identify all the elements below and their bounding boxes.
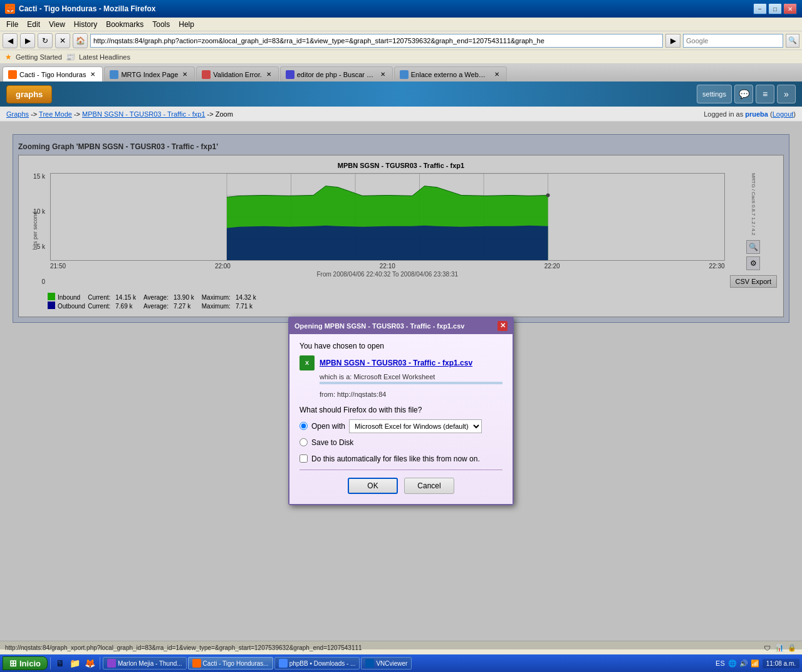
save-disk-option: Save to Disk — [299, 438, 503, 447]
cacti-menu-icon[interactable]: ≡ — [756, 85, 774, 103]
auto-checkbox-row: Do this automatically for files like thi… — [299, 454, 503, 463]
breadcrumb-tree-mode[interactable]: Tree Mode — [39, 110, 72, 118]
auto-checkbox-label: Do this automatically for files like thi… — [311, 454, 480, 463]
app-select[interactable]: Microsoft Excel for Windows (default) — [349, 419, 482, 433]
dialog-titlebar: Opening MPBN SGSN - TGUSR03 - Traffic - … — [289, 318, 513, 334]
menu-history[interactable]: History — [70, 19, 101, 30]
search-button[interactable]: 🔍 — [786, 34, 799, 48]
tab-3-icon — [202, 70, 211, 79]
tab-2[interactable]: MRTG Index Page ✕ — [104, 66, 195, 81]
tab-2-close[interactable]: ✕ — [180, 70, 189, 79]
go-button[interactable]: ▶ — [665, 34, 680, 48]
file-name-link[interactable]: MPBN SGSN - TGUSR03 - Traffic - fxp1.csv — [320, 359, 472, 367]
tab-1-label: Cacti - Tigo Honduras — [19, 71, 86, 78]
phpbb-icon — [279, 659, 288, 668]
breadcrumb-sep-2: -> — [74, 110, 82, 118]
search-input[interactable] — [683, 34, 783, 48]
dialog-overlay: Opening MPBN SGSN - TGUSR03 - Traffic - … — [0, 122, 802, 649]
tab-bar: Cacti - Tigo Honduras ✕ MRTG Index Page … — [0, 64, 802, 81]
quick-launch-1[interactable]: 🖥 — [53, 656, 67, 670]
reload-button[interactable]: ↻ — [38, 33, 53, 48]
tab-5-icon — [400, 70, 409, 79]
bookmarks-bar: ★ Getting Started 📰 Latest Headlines — [0, 50, 802, 64]
dialog-body: You have chosen to open X MPBN SGSN - TG… — [289, 334, 513, 504]
dialog-question: What should Firefox do with this file? — [299, 406, 503, 414]
tab-5-label: Enlace externo a WebEstilo — [411, 71, 490, 78]
taskbar-vnc-label: VNCviewer — [376, 660, 407, 667]
taskbar-task-thunderbird[interactable]: Marlon Mejia - Thund... — [103, 657, 187, 669]
vnc-icon — [365, 659, 374, 668]
cacti-expand-icon[interactable]: » — [777, 85, 796, 103]
menu-edit[interactable]: Edit — [23, 19, 44, 30]
tab-3-close[interactable]: ✕ — [264, 70, 273, 79]
window-title: Cacti - Tigo Honduras - Mozilla Firefox — [19, 4, 155, 13]
login-info: Logged in as prueba (Logout) — [704, 110, 796, 118]
logout-link[interactable]: Logout — [773, 110, 794, 118]
file-from-text: from: http://nqstats:84 — [320, 391, 386, 398]
menu-help[interactable]: Help — [175, 19, 198, 30]
breadcrumb-zoom: Zoom — [216, 110, 233, 118]
cacti-right-buttons: settings 💬 ≡ » — [697, 85, 796, 103]
start-label: Inicio — [19, 659, 41, 668]
menu-bookmarks[interactable]: Bookmarks — [102, 19, 147, 30]
title-bar: 🦊 Cacti - Tigo Honduras - Mozilla Firefo… — [0, 0, 802, 18]
stop-button[interactable]: ✕ — [55, 33, 70, 48]
cacti-settings-button[interactable]: settings — [697, 85, 732, 103]
home-button[interactable]: 🏠 — [73, 33, 88, 48]
back-button[interactable]: ◀ — [3, 33, 18, 48]
breadcrumb: Graphs -> Tree Mode -> MPBN SGSN - TGUSR… — [0, 107, 802, 122]
save-radio[interactable] — [299, 438, 308, 446]
minimize-button[interactable]: − — [753, 3, 767, 14]
tab-5[interactable]: Enlace externo a WebEstilo ✕ — [394, 66, 507, 81]
dialog-ok-button[interactable]: OK — [348, 478, 398, 494]
menu-tools[interactable]: Tools — [148, 19, 174, 30]
url-input[interactable] — [90, 34, 663, 48]
taskbar-cacti-label: Cacti - Tigo Honduras... — [203, 660, 269, 667]
tab-3[interactable]: Validation Error. ✕ — [196, 66, 278, 81]
tray-battery-icon: 📶 — [750, 658, 760, 668]
tab-2-label: MRTG Index Page — [121, 71, 178, 78]
breadcrumb-mpbn[interactable]: MPBN SGSN - TGUSR03 - Traffic - fxp1 — [82, 110, 205, 118]
forward-button[interactable]: ▶ — [20, 33, 35, 48]
menu-view[interactable]: View — [45, 19, 69, 30]
tab-5-close[interactable]: ✕ — [492, 70, 501, 79]
open-with-label: Open with — [311, 422, 345, 431]
taskbar-task-cacti[interactable]: Cacti - Tigo Honduras... — [188, 657, 273, 669]
taskbar-thunderbird-label: Marlon Mejia - Thund... — [118, 660, 182, 667]
menu-file[interactable]: File — [3, 19, 22, 30]
auto-checkbox[interactable] — [299, 454, 308, 463]
quick-launch-3[interactable]: 🦊 — [83, 656, 97, 670]
dialog-cancel-button[interactable]: Cancel — [404, 478, 454, 494]
logout-parens-close: ) — [793, 110, 796, 118]
open-with-radio[interactable] — [299, 422, 308, 430]
page-body: Zooming Graph 'MPBN SGSN - TGUSR03 - Tra… — [0, 122, 802, 649]
tab-1[interactable]: Cacti - Tigo Honduras ✕ — [3, 66, 103, 81]
dialog-close-button[interactable]: ✕ — [497, 321, 508, 331]
tray-icons: 🌐 🔊 📶 — [727, 658, 760, 668]
language-indicator: ES — [716, 659, 725, 667]
breadcrumb-graphs[interactable]: Graphs — [6, 110, 29, 118]
file-info-row: X MPBN SGSN - TGUSR03 - Traffic - fxp1.c… — [299, 355, 503, 370]
tab-4-label: editor de php - Buscar con Google — [297, 71, 376, 78]
maximize-button[interactable]: □ — [768, 3, 782, 14]
file-open-dialog: Opening MPBN SGSN - TGUSR03 - Traffic - … — [288, 317, 514, 505]
save-label: Save to Disk — [311, 438, 353, 447]
taskbar-phpbb-label: phpBB • Downloads - ... — [289, 660, 356, 667]
tray-network-icon: 🌐 — [727, 658, 737, 668]
taskbar: ⊞ Inicio 🖥 📁 🦊 Marlon Mejia - Thund... C… — [0, 654, 802, 672]
nav-bar: ◀ ▶ ↻ ✕ 🏠 ▶ 🔍 — [0, 31, 802, 50]
system-clock: 11:08 a.m. — [763, 659, 799, 668]
bookmark-getting-started[interactable]: Getting Started — [16, 53, 62, 61]
tab-4-close[interactable]: ✕ — [378, 70, 387, 79]
breadcrumb-sep-1: -> — [31, 110, 39, 118]
taskbar-task-vnc[interactable]: VNCviewer — [361, 657, 412, 669]
cacti-graphs-button[interactable]: graphs — [6, 85, 52, 103]
cacti-chat-icon[interactable]: 💬 — [734, 85, 753, 103]
close-button[interactable]: ✕ — [783, 3, 797, 14]
taskbar-task-phpbb[interactable]: phpBB • Downloads - ... — [274, 657, 360, 669]
start-button[interactable]: ⊞ Inicio — [3, 656, 48, 670]
bookmark-latest-headlines[interactable]: Latest Headlines — [79, 53, 130, 61]
quick-launch-2[interactable]: 📁 — [68, 656, 82, 670]
tab-4[interactable]: editor de php - Buscar con Google ✕ — [280, 66, 393, 81]
tab-1-close[interactable]: ✕ — [88, 70, 97, 79]
